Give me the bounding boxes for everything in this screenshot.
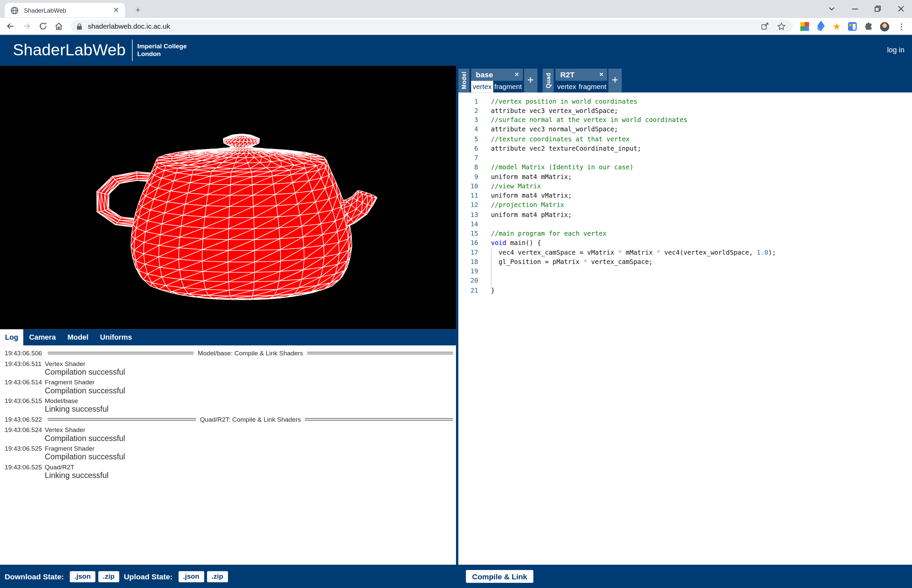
code-text: //projection Matrix xyxy=(491,201,564,210)
download-json-button[interactable]: .json xyxy=(69,571,95,582)
code-editor[interactable]: 1//vertex position in world coordinates2… xyxy=(458,92,912,565)
upload-json-button[interactable]: .json xyxy=(178,571,204,582)
imperial-college-line2: London xyxy=(137,50,187,58)
code-line-10[interactable]: 10//view Matrix xyxy=(458,182,912,191)
code-line-17[interactable]: 17 vec4 vertex_camSpace = vMatrix * mMat… xyxy=(458,248,912,257)
forward-icon[interactable] xyxy=(22,22,31,31)
log-entry: 19:43:06.514Fragment ShaderCompilation s… xyxy=(5,379,453,396)
code-line-8[interactable]: 8//model Matrix (Identity in our case) xyxy=(458,163,912,172)
home-icon[interactable] xyxy=(54,22,63,31)
code-line-6[interactable]: 6attribute vec2 textureCoordinate_input; xyxy=(458,144,912,153)
subtab-base-fragment[interactable]: fragment xyxy=(493,81,523,93)
upload-state-label: Upload State: xyxy=(124,572,172,581)
reload-icon[interactable] xyxy=(38,22,48,31)
code-text: //surface normal at the vertex in world … xyxy=(491,116,687,125)
subtab-r2t-vertex[interactable]: vertex xyxy=(556,81,578,93)
new-tab-button[interactable]: + xyxy=(133,5,143,15)
download-zip-button[interactable]: .zip xyxy=(98,571,119,582)
lock-icon xyxy=(76,22,83,30)
code-line-3[interactable]: 3//surface normal at the vertex in world… xyxy=(458,116,912,125)
code-line-11[interactable]: 11uniform mat4 vMatrix; xyxy=(458,191,912,201)
window-restore-button[interactable] xyxy=(866,0,889,17)
log-tab-camera[interactable]: Camera xyxy=(23,330,62,346)
code-text: vec4 vertex_camSpace = vMatrix * mMatrix… xyxy=(491,248,776,257)
code-line-14[interactable]: 14 xyxy=(458,220,912,229)
line-number: 10 xyxy=(458,182,478,191)
extension-star-icon[interactable]: ★ xyxy=(832,22,842,32)
line-number: 11 xyxy=(458,191,478,201)
shader-group-tab-quad[interactable]: Quad xyxy=(543,68,554,92)
code-line-12[interactable]: 12//projection Matrix xyxy=(458,201,912,210)
browser-tab-strip: ShaderLabWeb ✕ + xyxy=(0,0,912,17)
code-line-7[interactable]: 7 xyxy=(458,153,912,163)
code-line-4[interactable]: 4attribute vec3 normal_worldSpace; xyxy=(458,125,912,135)
line-number: 1 xyxy=(458,97,478,106)
site-title: ShaderLabWeb xyxy=(13,35,126,66)
share-icon[interactable] xyxy=(761,22,769,30)
line-number: 17 xyxy=(458,248,478,257)
line-number: 16 xyxy=(458,239,478,248)
code-line-18[interactable]: 18 gl_Position = pMatrix * vertex_camSpa… xyxy=(458,258,912,267)
code-line-21[interactable]: 21} xyxy=(458,286,912,295)
bottom-bar: Download State: .json .zip Upload State:… xyxy=(0,565,912,588)
code-line-13[interactable]: 13uniform mat4 pMatrix; xyxy=(458,210,912,220)
code-text: //model Matrix (Identity in our case) xyxy=(491,163,634,172)
address-bar[interactable]: shaderlabweb.doc.ic.ac.uk xyxy=(71,20,793,32)
code-text: //main program for each vertex xyxy=(491,229,607,238)
code-line-1[interactable]: 1//vertex position in world coordinates xyxy=(458,97,912,106)
page: ShaderLabWeb ✕ + shaderlabweb.doc.ic.ac.… xyxy=(0,0,912,588)
upload-zip-button[interactable]: .zip xyxy=(207,571,228,582)
favicon-globe-icon xyxy=(10,6,18,14)
add-program-tab-model[interactable]: + xyxy=(524,68,537,92)
code-text: } xyxy=(491,286,495,295)
webgl-canvas[interactable] xyxy=(0,66,456,329)
subtab-r2t-fragment[interactable]: fragment xyxy=(578,81,607,93)
add-program-tab-quad[interactable]: + xyxy=(609,68,621,92)
code-line-5[interactable]: 5//texture coordinates at that vertex xyxy=(458,135,912,144)
shader-group-tab-model[interactable]: Model xyxy=(458,68,469,92)
window-menu-chevron-icon[interactable] xyxy=(820,0,843,17)
line-number: 9 xyxy=(458,172,478,182)
subtab-base-vertex[interactable]: vertex xyxy=(471,81,493,93)
log-tab-model[interactable]: Model xyxy=(62,330,94,346)
close-tab-icon[interactable]: × xyxy=(515,70,519,78)
back-icon[interactable] xyxy=(6,22,15,31)
extension-scholar-icon[interactable] xyxy=(816,22,826,32)
log-tab-log[interactable]: Log xyxy=(0,330,23,346)
code-text: //texture coordinates at that vertex xyxy=(491,135,630,144)
code-text: uniform mat4 vMatrix; xyxy=(491,191,572,201)
code-line-9[interactable]: 9uniform mat4 mMatrix; xyxy=(458,172,912,182)
tab-close-icon[interactable]: ✕ xyxy=(113,6,119,14)
log-tab-uniforms[interactable]: Uniforms xyxy=(94,330,138,346)
line-number: 6 xyxy=(458,144,478,153)
close-tab-icon[interactable]: × xyxy=(599,70,603,78)
compile-link-button[interactable]: Compile & Link xyxy=(466,570,533,583)
code-line-15[interactable]: 15//main program for each vertex xyxy=(458,229,912,238)
log-entry: 19:43:06.525Quad/R2TLinking successful xyxy=(5,464,453,481)
editor-tab-groups: Modelbase×vertexfragment+QuadR2T×vertexf… xyxy=(458,66,912,92)
program-tab-r2t[interactable]: R2T× xyxy=(556,68,607,81)
browser-tab[interactable]: ShaderLabWeb ✕ xyxy=(5,3,125,18)
line-number: 5 xyxy=(458,135,478,144)
code-text: uniform mat4 pMatrix; xyxy=(491,210,572,220)
line-number: 3 xyxy=(458,116,478,125)
site-header: ShaderLabWeb Imperial College London log… xyxy=(0,35,912,66)
window-minimize-button[interactable] xyxy=(843,0,867,17)
code-line-20[interactable]: 20 xyxy=(458,276,912,286)
extension-puzzle-icon[interactable] xyxy=(864,22,874,32)
code-line-19[interactable]: 19 xyxy=(458,267,912,276)
log-separator: 19:43:06.506Model/base: Compile & Link S… xyxy=(5,350,453,357)
extension-google-icon[interactable] xyxy=(800,22,810,32)
program-tab-base[interactable]: base× xyxy=(471,68,523,81)
browser-menu-icon[interactable] xyxy=(896,22,906,32)
code-line-2[interactable]: 2attribute vec3 vertex_worldSpace; xyxy=(458,106,912,116)
code-text: attribute vec3 vertex_worldSpace; xyxy=(491,106,618,116)
line-number: 14 xyxy=(458,220,478,229)
avatar[interactable] xyxy=(879,22,889,32)
log-tab-bar: LogCameraModelUniforms xyxy=(0,330,456,346)
code-line-16[interactable]: 16void main() { xyxy=(458,239,912,248)
extension-app-icon[interactable] xyxy=(847,22,857,32)
bookmark-star-icon[interactable] xyxy=(777,22,786,30)
login-link[interactable]: log in xyxy=(887,35,904,66)
window-close-button[interactable] xyxy=(889,0,912,17)
